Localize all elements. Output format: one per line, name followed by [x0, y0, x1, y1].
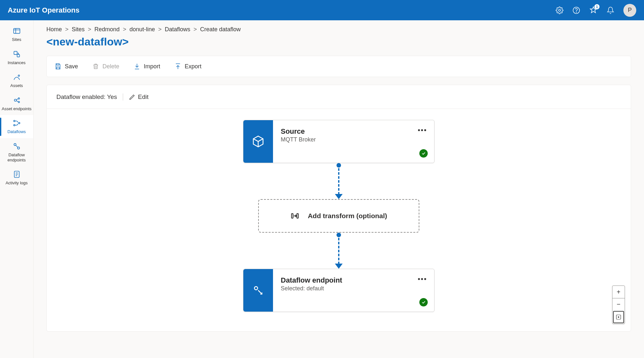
sidebar-item-assets[interactable]: Assets	[0, 69, 33, 92]
delete-button: Delete	[92, 63, 119, 70]
svg-point-11	[14, 125, 15, 126]
transform-label: Add transform (optional)	[308, 212, 387, 220]
source-node[interactable]: Source MQTT Broker •••	[243, 120, 434, 163]
svg-point-1	[573, 7, 580, 14]
left-sidebar: Sites Instances Assets Asset endpoints D…	[0, 20, 34, 358]
breadcrumb-link[interactable]: donut-line	[130, 26, 155, 33]
feedback-badge: 1	[594, 4, 600, 9]
edit-label: Edit	[138, 93, 149, 101]
import-button[interactable]: Import	[133, 63, 160, 70]
zoom-out-button[interactable]: −	[612, 298, 625, 310]
breadcrumb-link[interactable]: Redmond	[94, 26, 120, 33]
svg-point-7	[14, 99, 16, 102]
sidebar-item-dataflow-endpoints[interactable]: Dataflow endpoints	[0, 138, 33, 166]
svg-point-20	[618, 317, 619, 318]
sidebar-item-label: Dataflow endpoints	[1, 152, 32, 162]
endpoint-node[interactable]: Dataflow endpoint Selected: default •••	[243, 269, 434, 312]
connector	[338, 163, 339, 199]
notifications-icon[interactable]	[607, 6, 614, 14]
more-icon[interactable]: •••	[418, 126, 427, 134]
help-icon[interactable]	[572, 6, 580, 14]
sidebar-item-sites[interactable]: Sites	[0, 23, 33, 46]
breadcrumb-current: Create dataflow	[200, 26, 241, 33]
svg-point-6	[18, 75, 19, 76]
sidebar-item-label: Asset endpoints	[2, 106, 32, 111]
zoom-controls: + −	[612, 285, 625, 324]
connector	[338, 233, 339, 269]
sidebar-item-label: Assets	[10, 83, 23, 88]
status-check-icon	[419, 149, 428, 158]
svg-rect-3	[14, 28, 20, 33]
sidebar-item-instances[interactable]: Instances	[0, 46, 33, 69]
status-check-icon	[419, 298, 428, 306]
svg-point-2	[576, 12, 576, 12]
global-header: Azure IoT Operations 1 P	[0, 0, 644, 20]
settings-icon[interactable]	[556, 6, 563, 14]
save-button[interactable]: Save	[54, 63, 78, 70]
sidebar-item-label: Dataflows	[7, 129, 26, 134]
sidebar-item-label: Sites	[12, 37, 21, 42]
svg-point-9	[18, 101, 19, 102]
breadcrumb: Home> Sites> Redmond> donut-line> Datafl…	[46, 26, 631, 33]
page-title: <new-dataflow>	[46, 35, 631, 48]
endpoint-icon	[243, 269, 273, 312]
toolbar: Save Delete Import Export	[46, 56, 631, 77]
app-title: Azure IoT Operations	[8, 6, 79, 15]
import-label: Import	[144, 63, 160, 70]
endpoint-subtitle: Selected: default	[281, 285, 426, 292]
svg-rect-17	[297, 214, 298, 218]
sidebar-item-asset-endpoints[interactable]: Asset endpoints	[0, 92, 33, 115]
sidebar-item-label: Instances	[8, 60, 26, 65]
dataflow-enabled-label: Dataflow enabled: Yes	[56, 93, 123, 101]
cube-icon	[243, 120, 273, 163]
svg-point-0	[559, 9, 561, 11]
source-title: Source	[281, 127, 426, 136]
svg-point-10	[14, 121, 15, 122]
export-button[interactable]: Export	[174, 63, 201, 70]
sidebar-item-dataflows[interactable]: Dataflows	[0, 115, 33, 138]
edit-button[interactable]: Edit	[129, 93, 149, 101]
svg-rect-16	[291, 214, 293, 218]
feedback-icon[interactable]: 1	[589, 6, 598, 15]
add-transform-button[interactable]: Add transform (optional)	[258, 199, 419, 233]
zoom-in-button[interactable]: +	[612, 286, 625, 298]
delete-label: Delete	[102, 63, 119, 70]
source-subtitle: MQTT Broker	[281, 136, 426, 143]
export-label: Export	[185, 63, 201, 70]
svg-rect-5	[17, 54, 20, 57]
zoom-fit-button[interactable]	[613, 311, 624, 323]
dataflow-canvas: Dataflow enabled: Yes Edit Source	[46, 85, 631, 332]
breadcrumb-link[interactable]: Sites	[72, 26, 85, 33]
save-label: Save	[65, 63, 78, 70]
breadcrumb-link[interactable]: Home	[46, 26, 62, 33]
svg-point-18	[254, 286, 258, 290]
svg-rect-4	[14, 51, 17, 54]
endpoint-title: Dataflow endpoint	[281, 276, 426, 285]
sidebar-item-label: Activity logs	[5, 180, 28, 186]
svg-point-12	[18, 122, 20, 124]
avatar[interactable]: P	[623, 4, 636, 17]
more-icon[interactable]: •••	[418, 275, 427, 283]
svg-point-8	[18, 98, 19, 99]
sidebar-item-activity-logs[interactable]: Activity logs	[0, 166, 33, 189]
breadcrumb-link[interactable]: Dataflows	[165, 26, 190, 33]
